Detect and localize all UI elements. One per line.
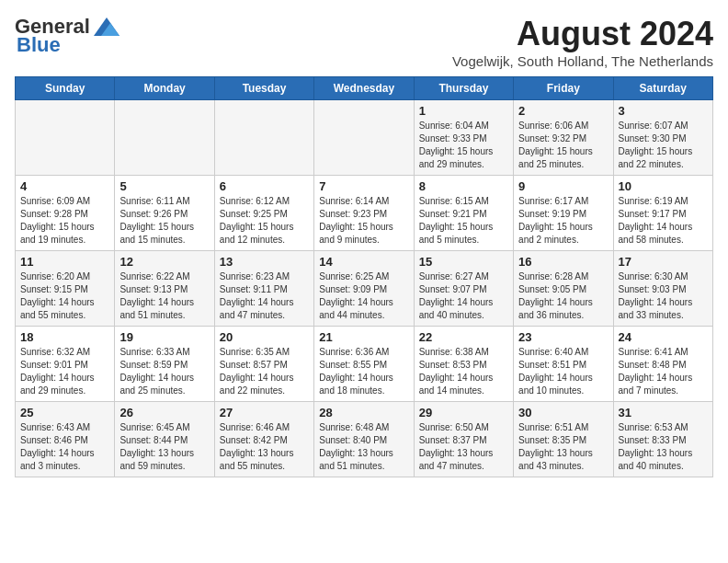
day-number: 17 [619, 255, 708, 269]
day-cell: 9Sunrise: 6:17 AM Sunset: 9:19 PM Daylig… [514, 176, 613, 251]
day-number: 5 [119, 179, 209, 193]
day-cell: 12Sunrise: 6:22 AM Sunset: 9:13 PM Dayli… [115, 251, 214, 327]
logo: General Blue [15, 15, 119, 57]
day-cell: 8Sunrise: 6:15 AM Sunset: 9:21 PM Daylig… [414, 176, 513, 251]
day-cell: 30Sunrise: 6:51 AM Sunset: 8:35 PM Dayli… [514, 402, 613, 477]
day-number: 8 [419, 179, 508, 193]
logo-icon [94, 17, 119, 36]
day-content: Sunrise: 6:33 AM Sunset: 8:59 PM Dayligh… [119, 346, 209, 397]
logo-blue: Blue [17, 33, 61, 57]
day-number: 4 [20, 179, 109, 193]
week-row-5: 25Sunrise: 6:43 AM Sunset: 8:46 PM Dayli… [16, 402, 713, 477]
day-content: Sunrise: 6:25 AM Sunset: 9:09 PM Dayligh… [319, 270, 408, 322]
day-number: 10 [619, 179, 708, 193]
day-cell: 2Sunrise: 6:06 AM Sunset: 9:32 PM Daylig… [514, 100, 613, 176]
day-cell: 29Sunrise: 6:50 AM Sunset: 8:37 PM Dayli… [414, 402, 513, 477]
day-number: 14 [319, 255, 408, 269]
weekday-header-tuesday: Tuesday [214, 77, 313, 100]
day-content: Sunrise: 6:17 AM Sunset: 9:19 PM Dayligh… [518, 195, 608, 247]
day-number: 3 [619, 104, 708, 118]
day-cell: 1Sunrise: 6:04 AM Sunset: 9:33 PM Daylig… [414, 100, 513, 176]
day-content: Sunrise: 6:48 AM Sunset: 8:40 PM Dayligh… [319, 421, 408, 473]
day-cell: 7Sunrise: 6:14 AM Sunset: 9:23 PM Daylig… [314, 176, 414, 251]
week-row-4: 18Sunrise: 6:32 AM Sunset: 9:01 PM Dayli… [16, 327, 713, 402]
day-content: Sunrise: 6:11 AM Sunset: 9:26 PM Dayligh… [119, 195, 209, 247]
day-cell: 19Sunrise: 6:33 AM Sunset: 8:59 PM Dayli… [115, 327, 214, 402]
day-content: Sunrise: 6:41 AM Sunset: 8:48 PM Dayligh… [619, 346, 708, 397]
location-subtitle: Vogelwijk, South Holland, The Netherland… [452, 53, 713, 69]
day-number: 29 [419, 406, 508, 419]
day-content: Sunrise: 6:36 AM Sunset: 8:55 PM Dayligh… [319, 346, 408, 397]
day-content: Sunrise: 6:28 AM Sunset: 9:05 PM Dayligh… [518, 270, 608, 322]
day-number: 30 [518, 406, 608, 419]
day-content: Sunrise: 6:19 AM Sunset: 9:17 PM Dayligh… [619, 195, 708, 247]
day-cell: 17Sunrise: 6:30 AM Sunset: 9:03 PM Dayli… [613, 251, 712, 327]
day-cell: 21Sunrise: 6:36 AM Sunset: 8:55 PM Dayli… [314, 327, 414, 402]
week-row-2: 4Sunrise: 6:09 AM Sunset: 9:28 PM Daylig… [16, 176, 713, 251]
day-number: 7 [319, 179, 408, 193]
day-content: Sunrise: 6:07 AM Sunset: 9:30 PM Dayligh… [619, 120, 708, 171]
day-cell [214, 100, 313, 176]
day-cell: 20Sunrise: 6:35 AM Sunset: 8:57 PM Dayli… [214, 327, 313, 402]
day-cell [115, 100, 214, 176]
page-header: General Blue August 2024 Vogelwijk, Sout… [15, 15, 713, 69]
day-cell: 3Sunrise: 6:07 AM Sunset: 9:30 PM Daylig… [613, 100, 712, 176]
day-cell: 5Sunrise: 6:11 AM Sunset: 9:26 PM Daylig… [115, 176, 214, 251]
day-content: Sunrise: 6:15 AM Sunset: 9:21 PM Dayligh… [419, 195, 508, 247]
day-content: Sunrise: 6:20 AM Sunset: 9:15 PM Dayligh… [20, 270, 109, 322]
day-content: Sunrise: 6:50 AM Sunset: 8:37 PM Dayligh… [419, 421, 508, 473]
day-content: Sunrise: 6:45 AM Sunset: 8:44 PM Dayligh… [119, 421, 209, 473]
day-cell: 18Sunrise: 6:32 AM Sunset: 9:01 PM Dayli… [16, 327, 115, 402]
day-cell [16, 100, 115, 176]
day-number: 2 [518, 104, 608, 118]
day-number: 31 [619, 406, 708, 419]
day-number: 22 [419, 330, 508, 344]
day-content: Sunrise: 6:12 AM Sunset: 9:25 PM Dayligh… [220, 195, 309, 247]
day-cell: 14Sunrise: 6:25 AM Sunset: 9:09 PM Dayli… [314, 251, 414, 327]
day-number: 15 [419, 255, 508, 269]
day-content: Sunrise: 6:23 AM Sunset: 9:11 PM Dayligh… [220, 270, 309, 322]
day-number: 13 [220, 255, 309, 269]
day-number: 1 [419, 104, 508, 118]
day-cell: 27Sunrise: 6:46 AM Sunset: 8:42 PM Dayli… [214, 402, 313, 477]
day-cell: 15Sunrise: 6:27 AM Sunset: 9:07 PM Dayli… [414, 251, 513, 327]
day-number: 12 [119, 255, 209, 269]
day-number: 16 [518, 255, 608, 269]
weekday-header-monday: Monday [115, 77, 214, 100]
day-content: Sunrise: 6:40 AM Sunset: 8:51 PM Dayligh… [518, 346, 608, 397]
day-number: 24 [619, 330, 708, 344]
day-content: Sunrise: 6:14 AM Sunset: 9:23 PM Dayligh… [319, 195, 408, 247]
day-content: Sunrise: 6:51 AM Sunset: 8:35 PM Dayligh… [518, 421, 608, 473]
day-number: 19 [119, 330, 209, 344]
month-year-title: August 2024 [452, 15, 713, 53]
day-cell: 26Sunrise: 6:45 AM Sunset: 8:44 PM Dayli… [115, 402, 214, 477]
day-content: Sunrise: 6:30 AM Sunset: 9:03 PM Dayligh… [619, 270, 708, 322]
day-number: 26 [119, 406, 209, 419]
day-cell [314, 100, 414, 176]
day-cell: 4Sunrise: 6:09 AM Sunset: 9:28 PM Daylig… [16, 176, 115, 251]
day-content: Sunrise: 6:27 AM Sunset: 9:07 PM Dayligh… [419, 270, 508, 322]
day-cell: 16Sunrise: 6:28 AM Sunset: 9:05 PM Dayli… [514, 251, 613, 327]
day-content: Sunrise: 6:09 AM Sunset: 9:28 PM Dayligh… [20, 195, 109, 247]
day-number: 18 [20, 330, 109, 344]
calendar-table: SundayMondayTuesdayWednesdayThursdayFrid… [15, 76, 713, 477]
day-number: 28 [319, 406, 408, 419]
day-cell: 13Sunrise: 6:23 AM Sunset: 9:11 PM Dayli… [214, 251, 313, 327]
day-cell: 25Sunrise: 6:43 AM Sunset: 8:46 PM Dayli… [16, 402, 115, 477]
day-cell: 23Sunrise: 6:40 AM Sunset: 8:51 PM Dayli… [514, 327, 613, 402]
day-cell: 31Sunrise: 6:53 AM Sunset: 8:33 PM Dayli… [613, 402, 712, 477]
day-content: Sunrise: 6:04 AM Sunset: 9:33 PM Dayligh… [419, 120, 508, 171]
day-number: 27 [220, 406, 309, 419]
title-block: August 2024 Vogelwijk, South Holland, Th… [452, 15, 713, 69]
day-content: Sunrise: 6:06 AM Sunset: 9:32 PM Dayligh… [518, 120, 608, 171]
weekday-header-wednesday: Wednesday [314, 77, 414, 100]
day-number: 21 [319, 330, 408, 344]
day-number: 9 [518, 179, 608, 193]
day-content: Sunrise: 6:46 AM Sunset: 8:42 PM Dayligh… [220, 421, 309, 473]
weekday-header-sunday: Sunday [16, 77, 115, 100]
day-cell: 28Sunrise: 6:48 AM Sunset: 8:40 PM Dayli… [314, 402, 414, 477]
day-content: Sunrise: 6:32 AM Sunset: 9:01 PM Dayligh… [20, 346, 109, 397]
day-number: 25 [20, 406, 109, 419]
day-content: Sunrise: 6:38 AM Sunset: 8:53 PM Dayligh… [419, 346, 508, 397]
day-cell: 24Sunrise: 6:41 AM Sunset: 8:48 PM Dayli… [613, 327, 712, 402]
